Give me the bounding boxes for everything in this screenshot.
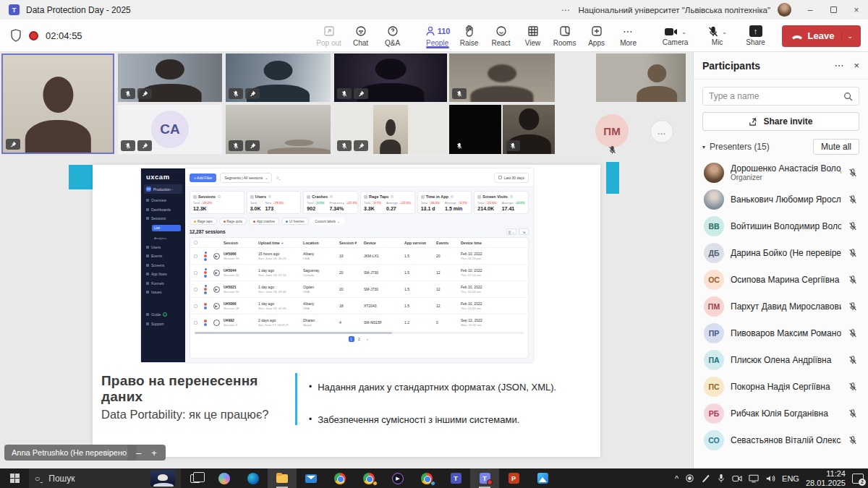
clock[interactable]: 11:2428.01.2025 — [806, 469, 846, 487]
video-tile[interactable] — [334, 53, 447, 102]
participant-search[interactable] — [702, 87, 859, 106]
filter-rage-taps[interactable]: Rage taps — [190, 218, 217, 225]
initials-avatar[interactable]: ПМ — [595, 114, 629, 147]
nav-sessions-analytics[interactable]: Analytics — [146, 235, 185, 241]
pin-icon[interactable] — [354, 88, 368, 99]
nav-users[interactable]: Users — [146, 244, 185, 250]
people-button[interactable]: 110 People — [422, 25, 454, 47]
columns-button[interactable]: |||⌄ — [506, 228, 516, 235]
photos-button[interactable] — [528, 468, 557, 488]
chat-button[interactable]: Chat — [345, 25, 377, 47]
metric-card-rage-taps[interactable]: Rage Taps Total-9.7%3.3K Average+22.4%0.… — [360, 191, 415, 214]
video-tile[interactable] — [449, 105, 501, 154]
tray-speaker-icon[interactable] — [765, 474, 775, 483]
page-2-button[interactable]: 2 — [357, 336, 362, 342]
titlebar-more-icon[interactable]: ⋯ — [561, 5, 571, 15]
video-tile[interactable] — [226, 105, 331, 154]
mic-muted-icon[interactable] — [848, 248, 858, 258]
pin-icon[interactable] — [137, 88, 152, 99]
select-all-checkbox[interactable] — [194, 241, 197, 244]
metric-card-sessions[interactable]: Sessions Total-25.2%12.3K — [190, 191, 244, 214]
mic-muted-icon[interactable] — [848, 194, 858, 205]
row-checkbox[interactable] — [194, 321, 197, 325]
pin-icon[interactable] — [6, 139, 20, 150]
metric-card-screen-visits[interactable]: Screen Visits Total-21.5%214.0K Average+… — [474, 191, 529, 214]
zoom-in-button[interactable]: + — [151, 448, 157, 458]
filter-rage-quits[interactable]: Rage quits — [219, 218, 247, 225]
participant-row[interactable]: ПМ Пархут Давид Мирославович — [694, 293, 868, 320]
play-session-button[interactable]: ◦ — [213, 320, 220, 326]
account-avatar[interactable] — [778, 3, 791, 17]
video-tile[interactable] — [503, 105, 555, 154]
metric-card-crashes[interactable]: Crashes Total-5.9%902 Frequency+27.3%7.3… — [303, 191, 358, 214]
nav-screens[interactable]: Screens — [146, 262, 185, 268]
mic-muted-icon[interactable] — [848, 408, 858, 419]
taskbar-search[interactable]: ○ˍ Пошук — [29, 468, 181, 488]
workspace-selector[interactable]: UX Production - — [144, 184, 182, 194]
mute-all-button[interactable]: Mute all — [813, 139, 859, 155]
view-button[interactable]: View — [517, 25, 549, 47]
teams-button[interactable]: T — [441, 468, 470, 488]
segments-dropdown[interactable]: Segments | All sessions⌄ — [220, 173, 272, 183]
chrome-profile-button[interactable] — [354, 468, 383, 488]
table-row[interactable]: ▶ U#5066Session 18 1 day agoSun, June 18… — [190, 297, 528, 314]
qa-button[interactable]: Q&A — [377, 25, 409, 47]
tray-display-icon[interactable] — [749, 474, 759, 483]
nav-support[interactable]: Support — [146, 321, 185, 327]
mic-muted-icon[interactable] — [848, 301, 858, 312]
react-button[interactable]: React — [485, 25, 517, 47]
chrome-button[interactable] — [326, 468, 354, 488]
nav-funnels[interactable]: Funnels — [146, 281, 185, 286]
participant-row[interactable]: Дорошенко Анастасія Волод...Organizer — [694, 159, 868, 186]
row-checkbox[interactable] — [194, 288, 197, 291]
share-button[interactable]: ↑ Share — [739, 25, 773, 46]
rooms-button[interactable]: Rooms — [549, 25, 581, 47]
edge-button[interactable] — [239, 468, 268, 488]
close-button[interactable]: × — [845, 0, 868, 20]
tray-mic-icon[interactable] — [717, 474, 726, 483]
export-button[interactable]: ⇲ — [519, 228, 529, 235]
horizontal-scrollbar[interactable] — [195, 332, 524, 334]
play-session-button[interactable]: ▶ — [213, 253, 220, 260]
panel-more-icon[interactable]: ⋯ — [834, 60, 843, 71]
nav-dashboards[interactable]: Dashboards — [146, 207, 185, 213]
participant-row[interactable]: ПА Плисюк Олена Андріївна — [694, 346, 868, 373]
pin-icon[interactable] — [137, 140, 152, 151]
leave-chevron-icon[interactable]: ⌄ — [841, 33, 858, 40]
overflow-participants-avatar[interactable]: ... — [650, 120, 673, 143]
tray-teams-icon[interactable] — [685, 474, 694, 483]
pin-icon[interactable] — [354, 140, 368, 151]
search-icon[interactable]: ○ˍ — [276, 175, 281, 180]
row-checkbox[interactable] — [194, 304, 197, 308]
mic-muted-icon[interactable] — [848, 221, 858, 231]
participant-row[interactable]: ВВ Войтишин Володимир Волод... — [694, 213, 868, 239]
zoom-out-button[interactable]: – — [136, 448, 141, 458]
tray-expand-icon[interactable]: ^ — [675, 474, 678, 483]
mic-muted-icon[interactable] — [848, 435, 858, 445]
search-highlight-image[interactable] — [150, 470, 175, 487]
mic-button[interactable]: ⌄ Mic — [697, 25, 739, 46]
nav-issues[interactable]: Issues — [146, 289, 185, 295]
metric-card-time-in-app[interactable]: Time in App Total-59.4%13.1 d Average-5.… — [417, 191, 472, 214]
nav-guide[interactable]: Guide✓ — [146, 312, 185, 317]
participant-row[interactable]: ПР Пивоваров Максим Романов... — [694, 320, 868, 346]
collapse-section-icon[interactable]: ▾ — [702, 144, 705, 150]
play-session-button[interactable]: ▶ — [213, 270, 220, 276]
play-session-button[interactable]: ▶ — [213, 303, 220, 309]
mic-muted-icon[interactable] — [848, 355, 858, 365]
apps-button[interactable]: Apps — [581, 25, 613, 47]
copilot-button[interactable] — [210, 468, 239, 488]
mic-muted-icon[interactable] — [848, 168, 858, 178]
nav-overview[interactable]: Overview — [146, 197, 185, 203]
participant-row[interactable]: РБ Рибчак Юлія Богданівна — [694, 400, 868, 427]
account-name[interactable]: Національний університет "Львівська полі… — [578, 6, 770, 14]
participant-row[interactable]: СО Севастьянов Віталій Олексан... — [694, 427, 868, 453]
table-row[interactable]: ▶ U#5021Session 20 1 day agoSun, June 18… — [190, 281, 528, 297]
tray-camera-icon[interactable] — [732, 474, 742, 483]
participant-row[interactable]: ОС Осипова Марина Сергіївна — [694, 266, 868, 293]
video-tile[interactable] — [334, 105, 447, 154]
video-tile-initials[interactable]: CA — [118, 105, 222, 154]
chrome-profile2-button[interactable] — [412, 468, 441, 488]
pin-icon[interactable] — [245, 88, 260, 99]
date-range-button[interactable]: Last 30 days — [494, 173, 529, 183]
